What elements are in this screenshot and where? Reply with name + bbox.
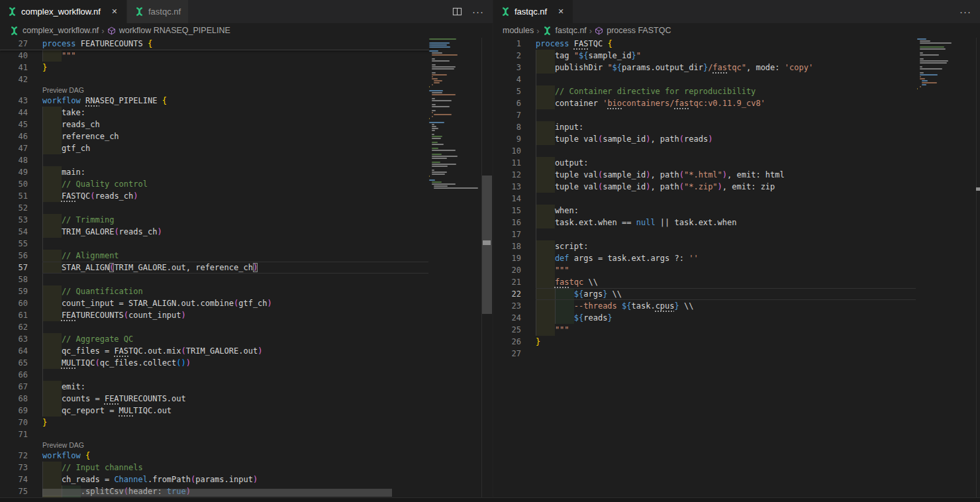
code-token: emit: bbox=[62, 382, 85, 391]
code-line[interactable]: 40""" bbox=[0, 50, 428, 62]
code-line[interactable]: 26} bbox=[493, 336, 916, 348]
code-line[interactable]: 42 bbox=[0, 74, 428, 85]
code-line[interactable]: 4 bbox=[493, 74, 916, 85]
code-line[interactable]: 10 bbox=[493, 145, 916, 157]
code-line[interactable]: 25""" bbox=[493, 324, 916, 336]
tab-fastqc.nf[interactable]: fastqc.nf bbox=[127, 0, 189, 23]
code-line[interactable]: 62 bbox=[0, 321, 428, 333]
code-line[interactable]: 60count_input = STAR_ALIGN.out.combine(g… bbox=[0, 297, 428, 309]
code-line[interactable]: 73// Input channels bbox=[0, 462, 428, 474]
code-line[interactable]: 70} bbox=[0, 417, 428, 428]
breadcrumb-item[interactable]: modules bbox=[503, 26, 534, 35]
tab-close-icon[interactable]: ✕ bbox=[556, 7, 565, 16]
minimap[interactable] bbox=[917, 38, 965, 92]
sticky-scroll-line[interactable]: 27process FEATURECOUNTS { bbox=[0, 38, 429, 50]
tab-close-icon[interactable]: ✕ bbox=[110, 7, 119, 16]
code-line[interactable]: 55 bbox=[0, 238, 428, 250]
codelens-preview-dag[interactable]: Preview DAG bbox=[42, 85, 84, 95]
code-line[interactable]: 8input: bbox=[493, 121, 916, 133]
code-line[interactable]: 2tag "${sample_id}" bbox=[493, 50, 916, 62]
code-line[interactable]: 1process FASTQC { bbox=[493, 38, 916, 50]
tab-fastqc.nf[interactable]: fastqc.nf✕ bbox=[493, 0, 573, 23]
code-line[interactable]: 16task.ext.when == null || task.ext.when bbox=[493, 217, 916, 228]
code-line[interactable]: 56// Alignment bbox=[0, 250, 428, 262]
code-line[interactable]: 63// Aggregate QC bbox=[0, 333, 428, 345]
breadcrumb-label: modules bbox=[503, 26, 534, 35]
breadcrumb-item[interactable]: process FASTQC bbox=[595, 26, 671, 35]
code-line[interactable]: 46reference_ch bbox=[0, 130, 428, 142]
code-line[interactable]: 66 bbox=[0, 369, 428, 381]
code-line[interactable]: 5// Container directive for reproducibil… bbox=[493, 85, 916, 97]
code-line[interactable]: 14 bbox=[493, 193, 916, 205]
line-number: 21 bbox=[493, 276, 521, 288]
code-token: params.output_dir bbox=[622, 63, 703, 72]
code-line[interactable]: 47gtf_ch bbox=[0, 142, 428, 154]
code-line[interactable]: 54TRIM_GALORE(reads_ch) bbox=[0, 226, 428, 238]
code-line[interactable]: 45reads_ch bbox=[0, 119, 428, 130]
code-line[interactable]: 69qc_report = MULTIQC.out bbox=[0, 405, 428, 417]
code-line[interactable]: 17 bbox=[493, 228, 916, 240]
code-line[interactable]: 19def args = task.ext.args ?: '' bbox=[493, 252, 916, 264]
tab-complex_workflow.nf[interactable]: complex_workflow.nf✕ bbox=[0, 0, 127, 23]
code-line[interactable]: 23--threads ${task.cpus} \\ bbox=[493, 300, 916, 312]
code-line[interactable]: 12tuple val(sample_id), path("*.html"), … bbox=[493, 169, 916, 181]
line-number: 1 bbox=[493, 38, 521, 50]
code-line[interactable]: 72workflow { bbox=[0, 450, 428, 462]
code-line[interactable]: 50// Quality control bbox=[0, 178, 428, 190]
code-line[interactable]: 6container 'biocontainers/fastqc:v0.11.9… bbox=[493, 97, 916, 109]
code-line[interactable]: 59// Quantification bbox=[0, 285, 428, 297]
code-line[interactable]: 71 bbox=[0, 428, 428, 440]
code-line[interactable]: 65MULTIQC(qc_files.collect()) bbox=[0, 357, 428, 369]
more-actions-icon[interactable]: ··· bbox=[959, 7, 971, 17]
code-line[interactable]: 51FASTQC(reads_ch) bbox=[0, 190, 428, 202]
code-line[interactable]: 61FEATURECOUNTS(count_input) bbox=[0, 309, 428, 321]
code-line[interactable]: 74ch_reads = Channel.fromPath(params.inp… bbox=[0, 474, 428, 485]
code-line[interactable]: 3publishDir "${params.output_dir}/fastqc… bbox=[493, 62, 916, 74]
codelens-preview-dag[interactable]: Preview DAG bbox=[42, 440, 84, 450]
code-line[interactable]: 7 bbox=[493, 109, 916, 121]
code-token: } bbox=[675, 301, 679, 311]
code-line[interactable]: 48 bbox=[0, 154, 428, 166]
code-line[interactable]: 67emit: bbox=[0, 381, 428, 393]
code-line[interactable]: 13tuple val(sample_id), path("*.zip"), e… bbox=[493, 181, 916, 193]
code-line[interactable]: 11output: bbox=[493, 157, 916, 169]
line-number: 13 bbox=[493, 181, 521, 193]
code-text: // Aggregate QC bbox=[62, 333, 133, 345]
more-actions-icon[interactable]: ··· bbox=[472, 7, 484, 17]
code-line[interactable]: 53// Trimming bbox=[0, 214, 428, 226]
code-line[interactable]: 44take: bbox=[0, 107, 428, 119]
code-editor: 1process FASTQC {2tag "${sample_id}"3pub… bbox=[493, 38, 980, 498]
minimap[interactable] bbox=[429, 38, 481, 189]
code-line[interactable]: 18script: bbox=[493, 240, 916, 252]
breadcrumb-item[interactable]: complex_workflow.nf bbox=[9, 26, 99, 36]
code-line[interactable]: 52 bbox=[0, 202, 428, 214]
code-token: container bbox=[555, 99, 603, 108]
code-line[interactable]: 22${args} \\ bbox=[493, 288, 916, 300]
breadcrumb-item[interactable]: fastqc.nf bbox=[542, 26, 587, 36]
code-line[interactable]: 24${reads} bbox=[493, 312, 916, 324]
code-line[interactable]: 41} bbox=[0, 62, 428, 74]
code-line[interactable]: 27 bbox=[493, 348, 916, 360]
code-line[interactable]: 9tuple val(sample_id), path(reads) bbox=[493, 133, 916, 145]
code-text: tuple val(sample_id), path(reads) bbox=[555, 133, 712, 145]
code-line[interactable]: 15when: bbox=[493, 205, 916, 217]
split-editor-icon[interactable] bbox=[452, 7, 462, 17]
code-line[interactable]: 49main: bbox=[0, 166, 428, 178]
code-line[interactable]: 20""" bbox=[493, 264, 916, 276]
code-text: } bbox=[536, 336, 540, 348]
breadcrumb: modules›fastqc.nf›process FASTQC bbox=[493, 23, 980, 38]
line-number: 43 bbox=[0, 95, 28, 107]
overview-ruler-marker bbox=[483, 240, 491, 245]
code-line[interactable]: 64qc_files = FASTQC.out.mix(TRIM_GALORE.… bbox=[0, 345, 428, 357]
code-line[interactable]: 68counts = FEATURECOUNTS.out bbox=[0, 393, 428, 405]
code-line[interactable]: 58 bbox=[0, 274, 428, 285]
breadcrumb-item[interactable]: workflow RNASEQ_PIPELINE bbox=[107, 26, 230, 35]
code-line[interactable]: 21fastqc \\ bbox=[493, 276, 916, 288]
line-number: 51 bbox=[0, 190, 28, 202]
code-token: take: bbox=[62, 108, 85, 117]
code-line[interactable]: 43workflow RNASEQ_PIPELINE { bbox=[0, 95, 428, 107]
code-line[interactable]: 57STAR_ALIGN(TRIM_GALORE.out, reference_… bbox=[0, 262, 428, 274]
chevron-right-icon: › bbox=[589, 26, 592, 36]
code-token: containers/ bbox=[622, 99, 674, 108]
horizontal-scrollbar-thumb[interactable] bbox=[42, 489, 392, 497]
